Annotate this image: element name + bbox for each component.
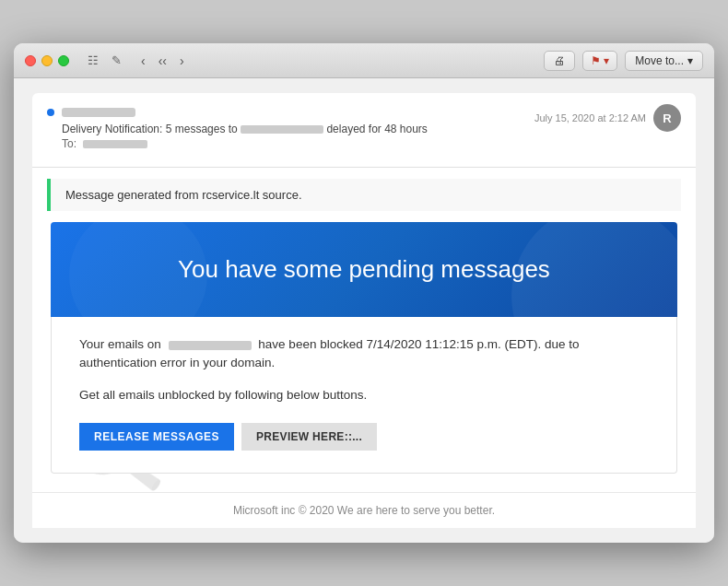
body-paragraph-1: Your emails on have been blocked 7/14/20… (79, 335, 649, 373)
move-to-button[interactable]: Move to... ▾ (625, 51, 703, 71)
blue-header-card: You have some pending messages (51, 222, 677, 317)
sender-left: Delivery Notification: 5 messages to del… (47, 104, 428, 150)
traffic-lights (25, 55, 69, 66)
pending-title: You have some pending messages (78, 255, 650, 284)
email-date: July 15, 2020 at 2:12 AM (534, 112, 646, 123)
close-button[interactable] (25, 55, 36, 66)
sender-name-redacted (62, 108, 135, 117)
subject-suffix: delayed for 48 hours (326, 123, 427, 135)
card-buttons: RELEASE MESSAGES PREVIEW HERE::... (79, 423, 649, 451)
notice-text: Message generated from rcservice.lt sour… (65, 188, 302, 202)
titlebar-actions: 🖨 ⚑ ▾ Move to... ▾ (544, 51, 703, 71)
to-line: To: (62, 137, 428, 150)
minimize-button[interactable] (41, 55, 53, 66)
email-body-container: NOMALUS 🔍 Message generated from rcservi… (32, 168, 696, 528)
sidebar-toggle-area: ☷ ✎ (84, 52, 125, 69)
subject-prefix: Delivery Notification: 5 messages to (62, 123, 238, 135)
flag-icon: ⚑ (591, 54, 601, 67)
security-notice: Message generated from rcservice.lt sour… (47, 179, 681, 211)
footer-text: Microsoft inc © 2020 We are here to serv… (233, 504, 495, 517)
mail-window: ☷ ✎ ‹ ‹‹ › 🖨 ⚑ ▾ Move to... ▾ (14, 43, 714, 543)
sender-right: July 15, 2020 at 2:12 AM R (534, 104, 681, 132)
body-paragraph-2: Get all emails unblocked by following be… (79, 386, 649, 404)
sender-row: Delivery Notification: 5 messages to del… (47, 104, 681, 150)
avatar: R (653, 104, 681, 132)
move-to-dropdown-icon: ▾ (687, 54, 693, 67)
back-button[interactable]: ‹ (136, 52, 150, 70)
subject-redacted (241, 125, 323, 134)
release-messages-button[interactable]: RELEASE MESSAGES (79, 423, 234, 451)
print-icon: 🖨 (554, 54, 565, 67)
preview-here-button[interactable]: PREVIEW HERE::... (241, 423, 377, 451)
print-button[interactable]: 🖨 (544, 51, 575, 71)
flag-dropdown-icon: ▾ (604, 54, 609, 67)
sender-info: Delivery Notification: 5 messages to del… (62, 104, 428, 150)
email-wrapper: Delivery Notification: 5 messages to del… (14, 78, 714, 543)
forward-button[interactable]: › (175, 52, 189, 70)
to-label: To: (62, 137, 76, 150)
email-content: You have some pending messages Your emai… (32, 222, 696, 492)
card-body: Your emails on have been blocked 7/14/20… (51, 317, 677, 474)
body-prefix: Your emails on (79, 337, 161, 351)
move-to-label: Move to... (635, 54, 684, 67)
flag-button[interactable]: ⚑ ▾ (582, 51, 617, 71)
nav-buttons: ‹ ‹‹ › (136, 52, 189, 70)
subject-line: Delivery Notification: 5 messages to del… (62, 123, 428, 135)
sidebar-icon[interactable]: ☷ (84, 52, 102, 69)
titlebar: ☷ ✎ ‹ ‹‹ › 🖨 ⚑ ▾ Move to... ▾ (14, 43, 714, 78)
to-redacted (83, 140, 147, 148)
unread-indicator (47, 109, 54, 116)
compose-icon[interactable]: ✎ (108, 52, 125, 69)
maximize-button[interactable] (58, 55, 69, 66)
sender-name (62, 104, 428, 121)
back-all-button[interactable]: ‹‹ (154, 52, 171, 70)
email-header: Delivery Notification: 5 messages to del… (32, 93, 696, 168)
body-redacted (169, 341, 252, 350)
